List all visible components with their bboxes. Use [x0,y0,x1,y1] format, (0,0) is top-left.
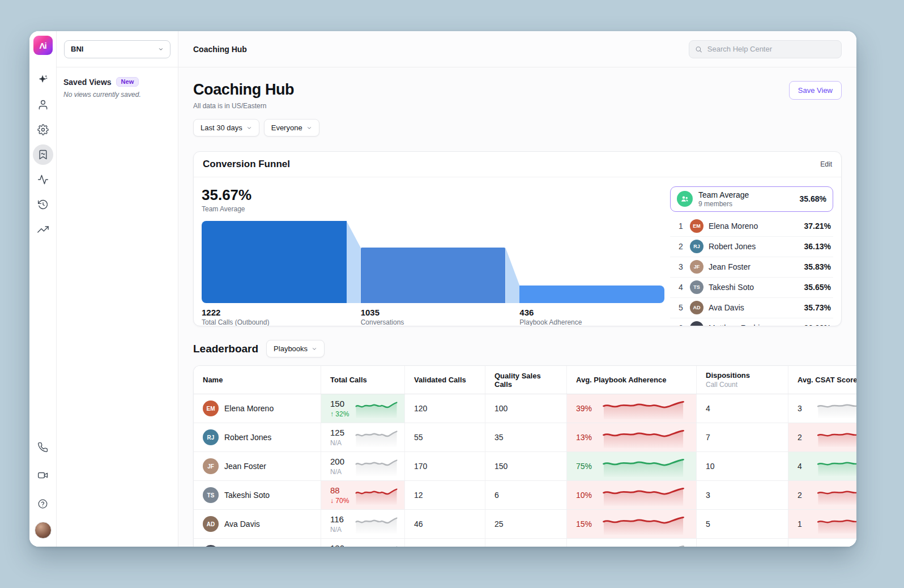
total-calls-value: 180 [330,543,349,547]
rank-row[interactable]: 4TSTakeshi Soto35.65% [670,278,833,298]
col-header-playbook-adherence[interactable]: Avg. Playbook Adherence [566,366,696,394]
dispositions-cell: 5 [696,510,788,538]
table-row[interactable]: ADAva Davis 116 N/A 4625 15% 5 1 [194,510,856,539]
csat-cell: 3 [788,539,856,547]
audience-filter[interactable]: Everyone [264,119,319,137]
table-row[interactable]: EMElena Moreno 150 ↑ 32% 120100 39% 4 3 [194,394,856,423]
rank-row[interactable]: 6MRMatthew Rodriguez36.02% [670,318,833,326]
validated-calls-cell: 12 [404,481,485,509]
csat-value: 2 [798,433,802,442]
sparkline [355,543,398,547]
funnel-chart [202,221,664,303]
rank-row[interactable]: 5ADAva Davis35.73% [670,298,833,318]
adherence-value: 75% [576,462,602,471]
dispositions-label: Dispositions [706,371,750,380]
col-header-total-calls[interactable]: Total Calls [321,366,404,394]
edit-link[interactable]: Edit [820,160,832,168]
rank-number: 4 [677,283,685,292]
total-calls-delta: N/A [330,468,349,476]
settings-gear-icon[interactable] [33,120,53,140]
rank-name: Robert Jones [709,242,756,251]
date-range-label: Last 30 days [201,123,242,132]
rank-value: 35.73% [804,303,831,312]
dialer-phone-icon[interactable] [33,437,53,457]
analytics-trend-icon[interactable] [33,219,53,240]
sparkline [355,399,398,418]
playbooks-label: Playbooks [274,344,308,353]
meetings-video-icon[interactable] [33,465,53,485]
col-header-dispositions[interactable]: Dispositions Call Count [696,366,788,394]
avatar: RJ [203,429,219,445]
col-header-quality-sales-calls[interactable]: Quality Sales Calls [485,366,566,394]
sparkline [355,514,398,534]
sparkline [817,514,856,534]
col-header-name[interactable]: Name [194,366,321,394]
rank-number: 1 [677,221,685,231]
rep-name-cell: RJRobert Jones [194,423,321,451]
team-average-label: Team Average [698,190,749,200]
quality-sales-calls-cell: 98 [485,539,566,547]
quality-sales-calls-cell: 25 [485,510,566,538]
sparkline [602,513,685,535]
table-row[interactable]: MRMatthew Rodriguez 180 N/A 12098 50% 7 … [194,539,856,547]
quality-sales-calls-cell: 35 [485,423,566,451]
col-header-validated-calls[interactable]: Validated Calls [404,366,485,394]
help-search-input[interactable] [706,44,835,54]
avatar: RJ [690,240,703,253]
team-average-card[interactable]: Team Average 9 members 35.68% [670,186,833,212]
history-icon[interactable] [33,194,53,215]
rank-row[interactable]: 2RJRobert Jones36.13% [670,237,833,257]
dispositions-cell: 7 [696,423,788,451]
contacts-icon[interactable] [33,95,53,115]
main-area: Coaching Hub Coaching Hub All data is in… [178,31,856,547]
table-row[interactable]: TSTakeshi Soto 88 ↓ 70% 126 10% 3 2 [194,481,856,510]
coaching-hub-icon[interactable] [33,144,53,165]
saved-views-title: Saved Views [63,78,112,87]
rank-number: 3 [677,262,685,271]
rank-row[interactable]: 1EMElena Moreno37.21% [670,216,833,237]
help-search[interactable] [689,40,842,58]
page-subtitle: All data is in US/Eastern [193,102,294,110]
save-view-button[interactable]: Save View [789,81,842,100]
rank-value: 36.13% [804,242,831,251]
total-calls-cell: 200 N/A [321,452,404,480]
activity-icon[interactable] [33,169,53,190]
team-members-count: 9 members [698,200,749,208]
rank-name: Jean Foster [709,262,751,271]
chevron-down-icon [312,346,317,352]
rep-name: Elena Moreno [224,404,274,413]
audience-label: Everyone [271,123,302,132]
date-range-filter[interactable]: Last 30 days [193,119,259,137]
funnel-segment [202,221,347,303]
rank-row[interactable]: 3JFJean Foster35.83% [670,257,833,278]
workspace-selector[interactable]: BNI [64,40,170,58]
avatar: EM [203,400,219,416]
rank-name: Ava Davis [709,303,744,312]
rep-name: Takeshi Soto [224,491,270,500]
avatar: EM [690,219,703,233]
ai-sparkles-icon[interactable] [33,70,53,90]
csat-cell: 1 [788,510,856,538]
table-row[interactable]: RJRobert Jones 125 N/A 5535 13% 7 2 [194,423,856,452]
validated-calls-cell: 170 [404,452,485,480]
avatar: JF [203,458,219,474]
team-average-metric-label: Team Average [202,205,664,213]
page-content: Coaching Hub All data is in US/Eastern S… [178,67,856,547]
adherence-value: 10% [576,491,602,500]
funnel-segment [519,286,664,303]
total-calls-delta: ↑ 32% [330,410,349,418]
search-icon [695,45,702,53]
sparkline [602,427,685,448]
sparkline [355,457,398,476]
playbooks-filter[interactable]: Playbooks [266,340,325,357]
sparkline [355,428,398,447]
help-icon[interactable] [33,493,53,514]
team-average-value: 35.68% [800,194,826,203]
sparkline [817,485,856,505]
adherence-value: 13% [576,433,602,442]
app-logo[interactable]: Λi [33,36,53,55]
validated-calls-cell: 46 [404,510,485,538]
table-row[interactable]: JFJean Foster 200 N/A 170150 75% 10 4 [194,452,856,481]
col-header-csat[interactable]: Avg. CSAT Score [788,366,856,394]
user-avatar[interactable] [35,522,52,539]
